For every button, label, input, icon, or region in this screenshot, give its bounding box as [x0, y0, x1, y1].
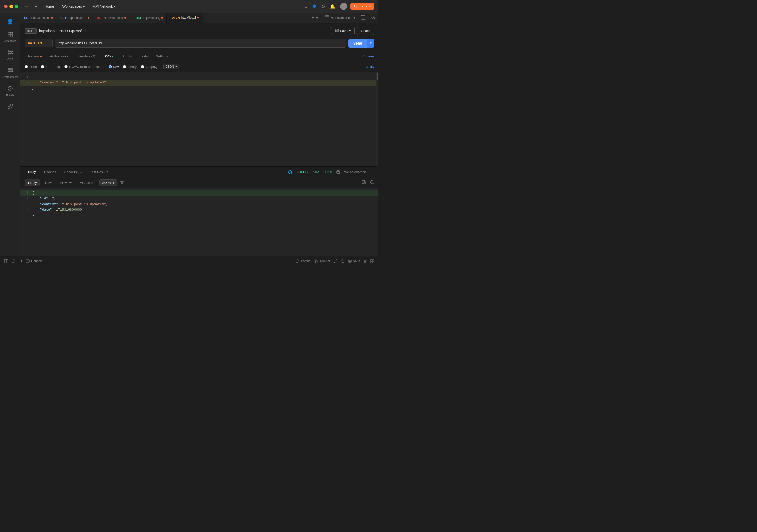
- tab-settings[interactable]: Settings: [152, 52, 171, 60]
- response-tab-body[interactable]: Body: [25, 168, 40, 176]
- radio-raw[interactable]: raw: [108, 65, 119, 69]
- radio-urlencoded[interactable]: x-www-form-urlencoded: [64, 65, 105, 69]
- maximize-button[interactable]: [15, 5, 18, 8]
- tab-tests[interactable]: Tests: [136, 52, 151, 60]
- beautify-button[interactable]: Beautify: [362, 65, 375, 69]
- radio-graphql[interactable]: GraphQL: [141, 65, 159, 69]
- statusbar-postbot[interactable]: Postbot: [295, 259, 311, 263]
- send-button[interactable]: Send: [348, 39, 367, 47]
- tabs-overflow-icon[interactable]: ▾: [316, 15, 318, 21]
- response-tab-test-results[interactable]: Test Results: [86, 168, 112, 176]
- forward-button[interactable]: →: [33, 3, 39, 10]
- notification-icon[interactable]: 🔔: [330, 4, 336, 9]
- vault-icon: [348, 259, 352, 263]
- environment-selector[interactable]: No environment ▾: [322, 14, 358, 21]
- url-input[interactable]: [55, 39, 346, 47]
- response-line-3: 3 "content": "This post is updated",: [20, 201, 378, 207]
- tab-post[interactable]: POST http://localh(: [130, 13, 167, 23]
- more-options-icon[interactable]: ···: [371, 170, 375, 174]
- filter-icon[interactable]: [120, 180, 124, 186]
- tab-get-1[interactable]: GET http://localho:: [20, 13, 57, 23]
- profile-icon: 👤: [7, 18, 13, 25]
- svg-rect-15: [8, 72, 13, 72]
- response-section: Body Cookies Headers (5) Test Results 🌐 …: [20, 166, 378, 256]
- minimize-button[interactable]: [10, 5, 13, 8]
- send-dropdown-button[interactable]: ▾: [367, 39, 375, 47]
- tab-del[interactable]: DEL http://localhos: [93, 13, 130, 23]
- scrollbar-thumb[interactable]: [377, 73, 378, 80]
- radio-none[interactable]: none: [25, 65, 37, 69]
- fmt-tab-pretty[interactable]: Pretty: [25, 179, 41, 186]
- statusbar-runner[interactable]: Runner: [315, 259, 330, 263]
- json-chevron-icon: ▾: [175, 65, 177, 68]
- tab-body[interactable]: Body: [100, 52, 117, 60]
- right-panel-toggle[interactable]: [358, 15, 368, 21]
- statusbar-console[interactable]: Console: [26, 259, 43, 263]
- statusbar-grid[interactable]: [370, 259, 375, 263]
- tab-authorization[interactable]: Authorization: [46, 52, 73, 60]
- fmt-tab-visualize[interactable]: Visualize: [76, 179, 97, 186]
- sidebar-item-apis[interactable]: APIs: [1, 47, 19, 63]
- search-icon[interactable]: ⌕: [305, 4, 308, 9]
- tab-scripts[interactable]: Scripts: [118, 52, 136, 60]
- response-json-label: JSON: [102, 181, 111, 185]
- svg-line-42: [21, 262, 22, 263]
- add-tab-icon[interactable]: +: [312, 15, 315, 21]
- response-tab-cookies[interactable]: Cookies: [41, 168, 60, 176]
- save-as-example-button[interactable]: Save as example: [336, 170, 367, 174]
- add-collaborator-icon[interactable]: 👤: [312, 4, 317, 9]
- code-snippet-toggle[interactable]: </>: [368, 15, 378, 20]
- status-code: 200 OK: [296, 170, 308, 174]
- back-button[interactable]: ←: [23, 3, 30, 10]
- sidebar-item-history[interactable]: History: [1, 83, 19, 99]
- save-button[interactable]: Save ▾: [331, 27, 355, 35]
- radio-form-data[interactable]: form-data: [41, 65, 60, 69]
- share-button[interactable]: Share: [357, 27, 375, 35]
- statusbar-delete[interactable]: [363, 259, 367, 263]
- copy-icon[interactable]: [362, 180, 366, 186]
- request-line-2: 2 "content": "This post is updated": [20, 80, 378, 85]
- cookies-link[interactable]: Cookies: [362, 54, 375, 58]
- response-size: 232 B: [323, 170, 332, 174]
- svg-rect-18: [11, 104, 13, 106]
- sidebar-item-environments[interactable]: Environments: [1, 65, 19, 81]
- response-json-selector[interactable]: JSON ▾: [99, 179, 117, 186]
- statusbar-link[interactable]: [333, 259, 338, 263]
- fmt-tab-raw[interactable]: Raw: [42, 179, 55, 186]
- statusbar-vault[interactable]: Vault: [348, 259, 360, 263]
- tab-headers[interactable]: Headers (9): [74, 52, 99, 60]
- request-body-editor[interactable]: 1 { 2 "content": "This post is updated" …: [20, 72, 378, 166]
- method-selector[interactable]: PATCH ▾: [25, 39, 53, 47]
- svg-rect-54: [371, 259, 372, 261]
- response-tab-headers[interactable]: Headers (5): [61, 168, 85, 176]
- sidebar-item-profile[interactable]: 👤: [1, 16, 19, 27]
- save-icon: [335, 29, 339, 33]
- tab-get-2[interactable]: GET http://localho:: [57, 13, 93, 23]
- statusbar-status[interactable]: [11, 259, 15, 263]
- api-network-nav[interactable]: API Network ▾: [90, 3, 118, 10]
- svg-rect-28: [336, 30, 338, 32]
- request-line-3: 3 }: [20, 85, 378, 91]
- link-icon: [333, 259, 338, 263]
- body-dot: [112, 56, 113, 57]
- avatar[interactable]: [340, 3, 347, 10]
- settings-icon[interactable]: ⚙: [321, 4, 325, 9]
- search-response-icon[interactable]: [370, 180, 375, 186]
- tab-patch-active[interactable]: PATCH http://locall: [167, 13, 203, 23]
- workspaces-nav[interactable]: Workspaces ▾: [60, 3, 87, 10]
- fmt-tab-preview[interactable]: Preview: [56, 179, 75, 186]
- response-line-2: 2 "id": 2,: [20, 196, 378, 201]
- tab-params[interactable]: Params: [25, 52, 45, 60]
- json-format-selector[interactable]: JSON ▾: [164, 64, 179, 69]
- statusbar-layout[interactable]: [4, 259, 8, 263]
- request-area: HTTP http://localhost:3000/posts/:id Sav…: [20, 23, 378, 51]
- upgrade-button[interactable]: Upgrade ▾: [350, 3, 375, 10]
- statusbar-search[interactable]: [18, 259, 22, 263]
- statusbar-globe[interactable]: [341, 259, 345, 263]
- home-nav[interactable]: Home: [42, 3, 57, 10]
- tab-url: http://localhos: [104, 16, 123, 20]
- sidebar-item-add[interactable]: [1, 101, 19, 113]
- radio-binary[interactable]: binary: [123, 65, 137, 69]
- close-button[interactable]: [4, 5, 8, 8]
- sidebar-item-collections[interactable]: Collections: [1, 29, 19, 45]
